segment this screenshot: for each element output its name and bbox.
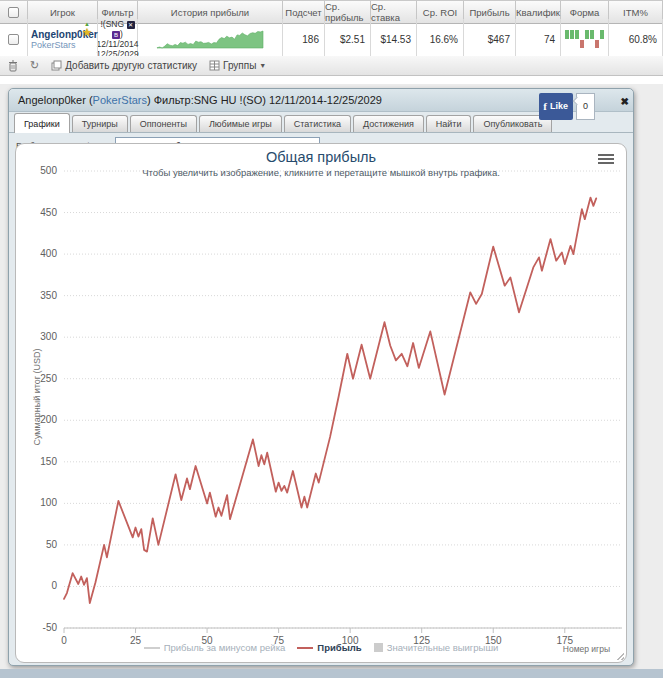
legend-item[interactable]: Прибыль	[297, 642, 361, 653]
panel-title: Angelonp0ker (PokerStars) Фильтр:SNG HU …	[18, 94, 382, 106]
panel-header: Angelonp0ker (PokerStars) Фильтр:SNG HU …	[9, 89, 633, 112]
profit-line-chart[interactable]: -500501001502002503003504004505000255075…	[16, 144, 627, 663]
trash-icon	[8, 60, 18, 72]
facebook-like-count: 0	[576, 93, 595, 120]
delete-button[interactable]	[8, 60, 18, 72]
svg-text:450: 450	[40, 207, 57, 218]
filter-date-from: 12/11/2014	[97, 39, 139, 49]
count-cell: 186	[283, 19, 325, 60]
refresh-button[interactable]: ↻	[30, 59, 39, 72]
svg-text:0: 0	[51, 580, 57, 591]
form-win-bar	[570, 30, 574, 39]
form-mini-chart	[565, 28, 604, 50]
legend-label: Значительные выигрыши	[387, 642, 499, 653]
tab-статистика[interactable]: Статистика	[284, 115, 351, 132]
groups-caret-icon: ▼	[259, 62, 266, 69]
stats-table: ИгрокФильтрИстория прибылиПодсчетСр. при…	[0, 0, 663, 57]
form-cell	[561, 19, 609, 60]
page-lower-area: Angelonp0ker (PokerStars) Фильтр:SNG HU …	[0, 84, 663, 678]
y-axis-title: Суммарный итог (USD)	[32, 342, 42, 452]
tab-турниры[interactable]: Турниры	[72, 115, 128, 132]
filter-cell: !(SNG ✕ B) 12/11/2014 12/25/2029	[98, 19, 138, 60]
svg-text:150: 150	[40, 456, 57, 467]
facebook-like-button[interactable]: fLike	[539, 93, 573, 120]
chart-subtitle: Чтобы увеличить изображение, кликните и …	[16, 167, 626, 178]
qualify-cell: 74	[516, 19, 561, 60]
avg-stake-cell: $14.53	[371, 19, 417, 60]
form-win-bar	[565, 30, 569, 39]
svg-text:50: 50	[46, 539, 58, 550]
tab-оппоненты[interactable]: Оппоненты	[130, 115, 197, 132]
form-win-bar	[585, 30, 589, 39]
svg-text:300: 300	[40, 331, 57, 342]
legend-item[interactable]: Значительные выигрыши	[374, 642, 499, 653]
tab-любимые игры[interactable]: Любимые игры	[199, 115, 282, 132]
avg-profit-cell: $2.51	[325, 19, 371, 60]
svg-text:-50: -50	[43, 622, 58, 633]
form-win-bar	[575, 30, 579, 39]
legend-label: Прибыль за минусом рейка	[164, 642, 286, 653]
legend-item[interactable]: Прибыль за минусом рейка	[144, 642, 286, 653]
profit-cell: $467	[464, 19, 516, 60]
star-badge-icon: ▲★	[81, 20, 93, 36]
form-win-bar	[600, 30, 604, 39]
legend-line-marker-icon	[297, 647, 313, 649]
chart-menu-icon[interactable]	[598, 154, 614, 166]
profit-sparkline	[155, 27, 265, 51]
select-all-checkbox[interactable]	[8, 7, 19, 18]
panel-site-link[interactable]: PokerStars	[93, 94, 147, 106]
svg-text:100: 100	[40, 497, 57, 508]
groups-grid-icon	[209, 60, 220, 71]
player-graph-panel: Angelonp0ker (PokerStars) Фильтр:SNG HU …	[8, 88, 634, 666]
groups-button[interactable]: Группы ▼	[209, 60, 266, 71]
form-win-bar	[590, 30, 594, 39]
game-type-badge-icon: ✕	[127, 21, 135, 29]
table-row: ▲★ Angelonp0ker PokerStars !(SNG ✕ B) 12…	[0, 19, 663, 57]
form-loss-bar	[595, 40, 599, 48]
chart-container: -500501001502002503003504004505000255075…	[15, 143, 627, 663]
form-loss-bar	[580, 40, 584, 48]
svg-text:250: 250	[40, 373, 57, 384]
bottom-strip	[0, 669, 663, 678]
chart-legend: Прибыль за минусом рейкаПрибыльЗначитель…	[16, 642, 626, 653]
add-statistic-button[interactable]: Добавить другую статистику	[51, 60, 197, 71]
svg-text:350: 350	[40, 290, 57, 301]
profit-history-cell	[138, 19, 283, 60]
avg-roi-cell: 16.6%	[417, 19, 464, 60]
legend-square-marker-icon	[374, 643, 383, 652]
facebook-like: fLike 0	[539, 93, 595, 120]
row-checkbox[interactable]	[8, 34, 19, 45]
game-type-b-badge-icon: B	[112, 31, 120, 39]
table-header-row: ИгрокФильтрИстория прибылиПодсчетСр. при…	[0, 1, 663, 19]
player-site-link[interactable]: PokerStars	[31, 40, 76, 50]
facebook-icon: f	[543, 102, 547, 111]
legend-line-marker-icon	[144, 647, 160, 649]
tab-найти[interactable]: Найти	[426, 115, 472, 132]
player-cell: ▲★ Angelonp0ker PokerStars	[28, 19, 98, 60]
chart-title: Общая прибыль	[16, 149, 626, 165]
tab-графики[interactable]: Графики	[14, 113, 70, 133]
svg-text:400: 400	[40, 248, 57, 259]
toolbar: ↻ Добавить другую статистику Группы ▼	[0, 56, 663, 76]
add-statistic-icon	[51, 60, 62, 71]
tab-достижения[interactable]: Достижения	[353, 115, 424, 132]
close-icon[interactable]: ✖	[621, 90, 629, 113]
svg-text:200: 200	[40, 414, 57, 425]
legend-label: Прибыль	[317, 642, 361, 653]
itm-cell: 60.8%	[609, 19, 663, 60]
